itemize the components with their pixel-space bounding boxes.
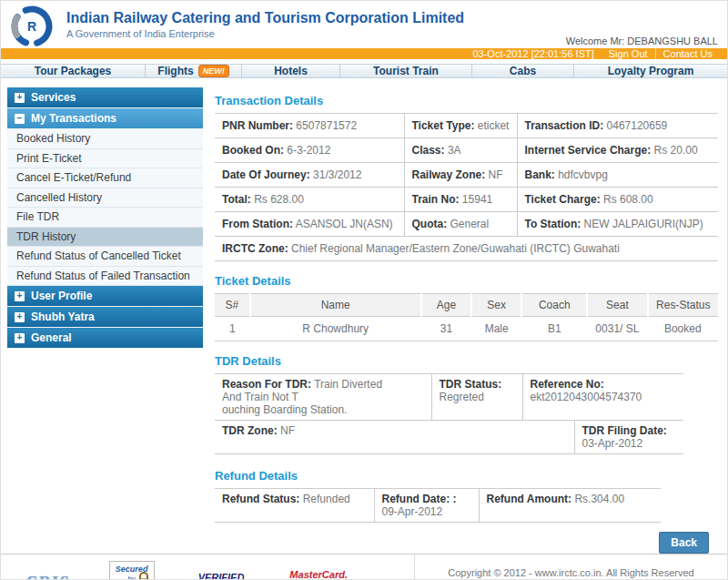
table-row: Date Of Journey: 31/3/2012 Railway Zone:… <box>215 163 718 188</box>
field-value: NEW JALPAIGURI(NJP) <box>584 218 703 230</box>
thawte-seal-icon: Secured by thawte <box>109 561 155 580</box>
field-label: Transaction ID: <box>525 119 604 132</box>
field-label: Refund Date: : <box>382 493 457 505</box>
field-label: IRCTC Zone: <box>222 242 288 255</box>
tab-loyalty-program[interactable]: Loyalty Program <box>574 65 727 77</box>
col-age: Age <box>421 294 471 317</box>
field-value: Chief Regional Manager/Eastern Zone/Guwa… <box>291 242 620 255</box>
sidebar-item-print-eticket[interactable]: Print E-Ticket <box>7 149 203 169</box>
field-label: TDR Zone: <box>222 424 278 437</box>
sidebar-item-cancelled-history[interactable]: Cancelled History <box>7 188 203 209</box>
sidebar-item-refund-status-failed[interactable]: Refund Status of Failed Transaction <box>7 267 203 287</box>
field-value: ASANSOL JN(ASN) <box>296 218 393 230</box>
tdr-details-title: TDR Details <box>215 354 718 368</box>
cell-refund-status: Refund Status: Refunded <box>215 489 374 523</box>
sidebar-item-file-tdr[interactable]: File TDR <box>7 208 203 228</box>
field-label: Date Of Journey: <box>222 168 310 181</box>
plus-icon: + <box>15 312 25 322</box>
sidebar-item-label: File TDR <box>16 210 59 223</box>
cell-coach: B1 <box>521 317 587 341</box>
field-label: TDR Status: <box>440 378 502 391</box>
col-serial: S# <box>215 294 250 317</box>
footer: CRIS Secured by thawte VERIFIED by VISA … <box>1 554 727 580</box>
field-value: NF <box>489 168 503 181</box>
cell-total: Total: Rs 628.00 <box>215 188 404 212</box>
minus-icon: − <box>15 114 25 124</box>
table-row: Refund Status: Refunded Refund Date: : 0… <box>215 489 661 523</box>
tab-hotels[interactable]: Hotels <box>242 65 340 77</box>
table-header-row: S# Name Age Sex Coach Seat Res-Status <box>215 294 718 317</box>
field-value: Rs 608.00 <box>603 193 653 206</box>
field-label: Refund Status: <box>222 493 299 505</box>
plus-icon: + <box>15 291 25 301</box>
field-label: Quota: <box>412 218 448 230</box>
tab-flights[interactable]: Flights NEW! <box>146 65 242 77</box>
field-label: Railway Zone: <box>412 168 486 181</box>
sidebar-item-refund-status-cancelled[interactable]: Refund Status of Cancelled Ticket <box>7 247 203 267</box>
sidebar-item-tdr-history[interactable]: TDR History <box>7 228 203 248</box>
cell-serial: 1 <box>215 317 250 341</box>
cell-transaction-id: Transaction ID: 0467120659 <box>517 114 718 138</box>
field-label: Booked On: <box>222 144 284 157</box>
field-value: 6-3-2012 <box>287 144 330 157</box>
sidebar-section-label: General <box>31 331 72 344</box>
field-value: eticket <box>478 119 510 132</box>
back-button[interactable]: Back <box>659 532 709 554</box>
field-label: From Station: <box>222 218 293 230</box>
sidebar-section-services[interactable]: + Services <box>7 87 203 108</box>
sidebar-item-label: Cancel E-Ticket/Refund <box>16 171 131 184</box>
cell-ticket-type: Ticket Type: eticket <box>404 114 517 138</box>
col-res-status: Res-Status <box>648 294 718 317</box>
contact-us-link[interactable]: Contact Us <box>655 48 720 59</box>
cell-passenger-name: R Chowdhury <box>250 317 421 341</box>
field-value: Rs 628.00 <box>254 193 304 206</box>
tab-label: Loyalty Program <box>608 65 694 77</box>
brand-subtitle: A Government of India Enterprise <box>66 28 464 39</box>
cell-tdr-reason: Reason For TDR: Train Diverted And Train… <box>215 374 431 421</box>
cell-res-status: Booked <box>648 317 718 341</box>
table-row: PNR Number: 6507871572 Ticket Type: etic… <box>215 114 718 138</box>
body: + Services − My Transactions Booked Hist… <box>1 78 727 554</box>
sidebar-section-general[interactable]: + General <box>7 328 203 349</box>
mastercard-text: MasterCard. <box>289 569 350 580</box>
cell-quota: Quota: General <box>404 212 517 237</box>
field-label: Internet Service Charge: <box>525 144 652 157</box>
irctc-logo-icon: R <box>10 5 54 48</box>
sidebar-section-shubh-yatra[interactable]: + Shubh Yatra <box>7 307 203 328</box>
verified-by-visa-logo: VERIFIED by VISA <box>198 572 245 580</box>
tab-cabs[interactable]: Cabs <box>472 65 574 77</box>
sidebar-section-my-transactions[interactable]: − My Transactions <box>7 108 203 129</box>
mastercard-securecode-logo: MasterCard. SecureCode. <box>289 569 350 580</box>
tab-tourist-train[interactable]: Tourist Train <box>340 65 472 77</box>
sidebar: + Services − My Transactions Booked Hist… <box>7 87 203 554</box>
field-label: Bank: <box>525 168 555 181</box>
field-value: Refunded <box>303 493 350 505</box>
cell-tdr-status: TDR Status: Regreted <box>431 374 522 421</box>
sidebar-item-booked-history[interactable]: Booked History <box>7 129 203 149</box>
field-value: Rs.304.00 <box>574 493 624 505</box>
field-value: 0467120659 <box>607 119 668 132</box>
field-value: 15941 <box>462 193 492 206</box>
field-value: 09-Apr-2012 <box>382 505 443 518</box>
sidebar-item-cancel-eticket[interactable]: Cancel E-Ticket/Refund <box>7 168 203 188</box>
cell-class: Class: 3A <box>404 138 517 163</box>
visa-text: VERIFIED <box>198 572 245 580</box>
table-row: Booked On: 6-3-2012 Class: 3A Internet S… <box>215 138 718 163</box>
transaction-details-table: PNR Number: 6507871572 Ticket Type: etic… <box>215 113 718 261</box>
sign-out-link[interactable]: Sign Out <box>602 48 655 59</box>
field-label: Reason For TDR: <box>222 378 311 391</box>
sidebar-section-user-profile[interactable]: + User Profile <box>7 286 203 307</box>
field-label: TDR Filing Date: <box>582 424 667 437</box>
cell-pnr: PNR Number: 6507871572 <box>215 114 404 138</box>
field-label: PNR Number: <box>222 119 293 132</box>
col-name: Name <box>250 294 421 317</box>
cell-to-station: To Station: NEW JALPAIGURI(NJP) <box>517 212 718 237</box>
sidebar-section-label: User Profile <box>31 290 92 302</box>
footer-logos: CRIS Secured by thawte VERIFIED by VISA … <box>1 555 415 580</box>
tab-tour-packages[interactable]: Tour Packages <box>1 65 146 77</box>
field-value: 31/3/2012 <box>313 168 361 181</box>
cell-bank: Bank: hdfcvbvpg <box>517 163 718 188</box>
sidebar-item-label: Cancelled History <box>16 191 102 204</box>
col-seat: Seat <box>587 294 647 317</box>
field-value: Rs 20.00 <box>654 144 698 157</box>
